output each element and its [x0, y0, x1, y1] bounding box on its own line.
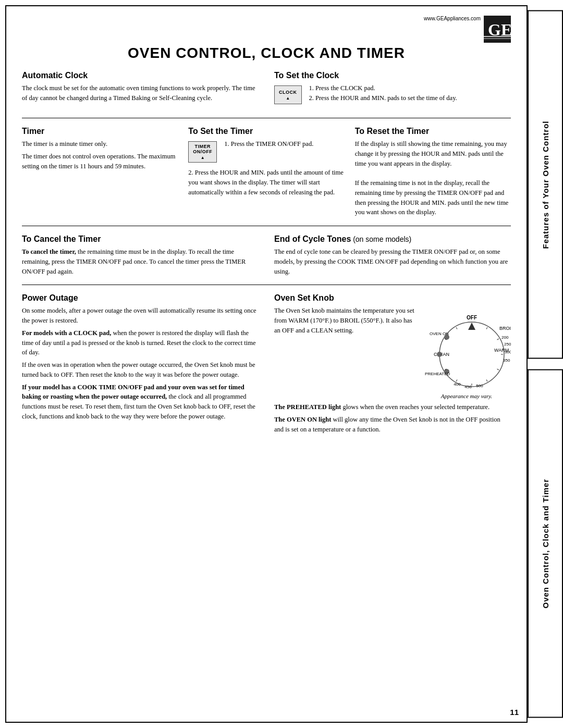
svg-line-23: [486, 327, 487, 329]
timer-title: Timer: [22, 127, 178, 136]
automatic-clock-body: The clock must be set for the automatic …: [22, 83, 259, 103]
set-clock-title: To Set the Clock: [274, 71, 511, 80]
timer-pad-arrow: ▲: [201, 155, 205, 160]
svg-line-33: [456, 327, 457, 329]
svg-line-27: [486, 380, 487, 381]
timer-pad-button[interactable]: TIMER ON/OFF ▲: [188, 141, 217, 163]
set-timer-step1: 1. Press the TIMER ON/OFF pad.: [224, 139, 313, 149]
svg-text:OFF: OFF: [467, 315, 477, 320]
section-clock: Automatic Clock The clock must be set fo…: [22, 71, 511, 109]
end-cycle-title-sub: (on some models): [351, 235, 411, 243]
oven-knob-diagram: OFF BROIL WARM 200 250 300 350: [422, 310, 511, 399]
power-p4: If your model has a COOK TIME ON/OFF pad…: [22, 382, 259, 422]
set-clock-step2: 2. Press the HOUR and MIN. pads to set t…: [309, 93, 457, 103]
website-url: www.GEAppliances.com: [424, 16, 481, 21]
divider-1: [22, 118, 511, 118]
reset-timer-body: If the display is still showing the time…: [355, 139, 511, 217]
svg-text:500: 500: [476, 384, 483, 388]
timer-pad-sub: ON/OFF: [193, 149, 212, 154]
svg-text:300: 300: [505, 350, 511, 354]
preheated-text: The PREHEATED light glows when the oven …: [274, 402, 511, 412]
sidebar-top-text: Features of Your Oven Control: [528, 10, 563, 359]
section-cancel: To Cancel the Timer To cancel the timer,…: [22, 235, 511, 276]
timer-p2: The timer does not control oven operatio…: [22, 152, 178, 171]
ge-logo: GE: [484, 16, 511, 43]
reset-timer-section: To Reset the Timer If the display is sti…: [355, 127, 511, 217]
clock-pad-arrow: ▲: [286, 96, 290, 101]
section-timer: Timer The timer is a minute timer only. …: [22, 127, 511, 217]
end-cycle-section: End of Cycle Tones (on some models) The …: [274, 235, 511, 276]
divider-3: [22, 285, 511, 285]
set-timer-title: To Set the Timer: [188, 127, 344, 136]
svg-text:350: 350: [503, 358, 510, 363]
timer-section: Timer The timer is a minute timer only. …: [22, 127, 178, 217]
svg-text:BROIL: BROIL: [499, 326, 511, 331]
cancel-timer-bold: To cancel the timer,: [22, 248, 76, 255]
set-clock-steps: 1. Press the CLOCK pad. 2. Press the HOU…: [309, 83, 457, 103]
set-timer-section: To Set the Timer TIMER ON/OFF ▲ 1. Press…: [188, 127, 344, 217]
preheated-bold: The PREHEATED light: [274, 403, 341, 411]
sidebar: Features of Your Oven Control Oven Contr…: [528, 0, 563, 728]
power-outage-body: On some models, after a power outage the…: [22, 306, 259, 421]
end-cycle-title-main: End of Cycle Tones: [274, 235, 351, 243]
appearance-label: Appearance may vary.: [441, 393, 493, 399]
svg-line-24: [497, 339, 498, 340]
svg-line-29: [456, 380, 457, 381]
oven-knob-svg: OFF BROIL WARM 200 250 300 350: [422, 310, 511, 391]
svg-text:450: 450: [464, 385, 472, 389]
cancel-timer-title: To Cancel the Timer: [22, 235, 259, 244]
svg-text:250: 250: [504, 342, 511, 347]
timer-pad-label: TIMER: [195, 144, 211, 149]
oven-knob-body: The Oven Set knob maintains the temperat…: [274, 306, 415, 335]
power-p1: On some models, after a power outage the…: [22, 306, 259, 326]
preheated-rest: glows when the oven reaches your selecte…: [341, 403, 489, 411]
section-power: Power Outage On some models, after a pow…: [22, 293, 511, 434]
cancel-timer-section: To Cancel the Timer To cancel the timer,…: [22, 235, 259, 276]
automatic-clock-section: Automatic Clock The clock must be set fo…: [22, 71, 259, 109]
power-p2-bold: For models with a CLOCK pad,: [22, 329, 111, 337]
power-outage-section: Power Outage On some models, after a pow…: [22, 293, 259, 434]
svg-line-26: [497, 369, 498, 370]
page-number: 11: [510, 708, 519, 717]
sidebar-bottom-text: Oven Control, Clock and Timer: [528, 369, 563, 718]
automatic-clock-title: Automatic Clock: [22, 71, 259, 80]
clock-pad-label: CLOCK: [279, 90, 297, 95]
set-timer-step1-row: TIMER ON/OFF ▲ 1. Press the TIMER ON/OFF…: [188, 139, 344, 165]
svg-text:OVEN ON: OVEN ON: [430, 331, 449, 336]
svg-text:200: 200: [501, 335, 509, 340]
page-title: OVEN CONTROL, CLOCK AND TIMER: [22, 45, 511, 61]
top-bar: www.GEAppliances.com GE: [22, 16, 511, 43]
power-p3: If the oven was in operation when the po…: [22, 360, 259, 380]
timer-p1: The timer is a minute timer only.: [22, 139, 178, 149]
set-clock-step1: 1. Press the CLOCK pad.: [309, 83, 457, 93]
oven-knob-title: Oven Set Knob: [274, 293, 511, 303]
end-cycle-body: The end of cycle tone can be cleared by …: [274, 247, 511, 276]
svg-text:400: 400: [454, 382, 461, 387]
clock-pad-button[interactable]: CLOCK ▲: [274, 85, 302, 104]
reset-timer-title: To Reset the Timer: [355, 127, 511, 136]
set-clock-step1-row: CLOCK ▲ 1. Press the CLOCK pad. 2. Press…: [274, 83, 511, 106]
oven-on-bold: The OVEN ON light: [274, 416, 331, 423]
power-p2: For models with a CLOCK pad, when the po…: [22, 328, 259, 357]
svg-text:PREHEATED: PREHEATED: [425, 372, 450, 376]
timer-body1: The timer is a minute timer only. The ti…: [22, 139, 178, 171]
set-timer-step2: 2. Press the HOUR and MIN. pads until th…: [188, 168, 344, 197]
set-clock-section: To Set the Clock CLOCK ▲ 1. Press the CL…: [274, 71, 511, 109]
oven-on-text: The OVEN ON light will glow any time the…: [274, 415, 511, 435]
cancel-timer-body: To cancel the timer, the remaining time …: [22, 247, 259, 276]
divider-2: [22, 226, 511, 226]
power-outage-title: Power Outage: [22, 293, 259, 303]
oven-knob-section: Oven Set Knob The Oven Set knob maintain…: [274, 293, 511, 434]
end-cycle-title: End of Cycle Tones (on some models): [274, 235, 511, 244]
